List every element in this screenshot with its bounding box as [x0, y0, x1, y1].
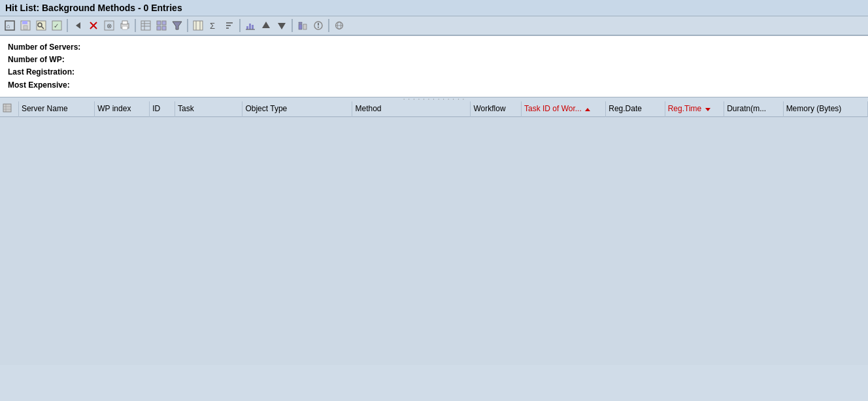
- svg-rect-42: [303, 24, 307, 29]
- svg-point-45: [318, 27, 319, 28]
- toolbar-exit-icon[interactable]: [86, 18, 101, 33]
- info-row-wp: Number of WP:: [8, 54, 860, 66]
- svg-rect-41: [299, 22, 302, 24]
- info-row-lastreg: Last Registration:: [8, 66, 860, 78]
- col-header-task[interactable]: Task: [175, 101, 242, 117]
- toolbar-nav-icon[interactable]: ⌂: [3, 18, 17, 33]
- toolbar-table-icon[interactable]: [139, 18, 153, 33]
- num-wp-label: Number of WP:: [8, 55, 65, 64]
- toolbar-cancel-icon[interactable]: ⊗: [102, 18, 116, 33]
- col-header-workflow[interactable]: Workflow: [471, 101, 522, 117]
- toolbar-print-icon[interactable]: [118, 18, 132, 33]
- data-table: Server Name WP index ID Task Object Type…: [0, 101, 868, 366]
- svg-text:⊗: ⊗: [107, 22, 112, 29]
- toolbar-find-icon[interactable]: [34, 18, 48, 33]
- svg-rect-24: [157, 26, 161, 30]
- toolbar-col-select-icon[interactable]: [191, 18, 205, 33]
- svg-marker-39: [278, 23, 286, 29]
- info-panel: Number of Servers: Number of WP: Last Re…: [0, 36, 868, 97]
- svg-text:✓: ✓: [54, 22, 59, 29]
- svg-rect-22: [157, 21, 161, 25]
- toolbar-chart-icon[interactable]: [243, 18, 258, 33]
- svg-rect-36: [252, 25, 254, 29]
- toolbar-sep1: [67, 19, 68, 32]
- most-exp-label: Most Expensive:: [8, 80, 70, 90]
- regtime-sort-icon: [705, 108, 710, 111]
- svg-marker-10: [76, 22, 80, 29]
- svg-rect-17: [122, 26, 127, 29]
- svg-rect-25: [162, 26, 166, 30]
- svg-text:⌂: ⌂: [7, 23, 10, 29]
- svg-rect-27: [193, 21, 203, 30]
- num-servers-label: Number of Servers:: [8, 43, 80, 52]
- svg-rect-35: [249, 24, 251, 29]
- col-header-wpindex[interactable]: WP index: [95, 101, 150, 117]
- toolbar-filter-icon[interactable]: [170, 18, 184, 33]
- toolbar-total-icon[interactable]: Σ: [207, 18, 221, 33]
- svg-rect-34: [246, 26, 248, 29]
- title-bar: Hit List: Background Methods - 0 Entries: [0, 0, 868, 16]
- col-header-regdate[interactable]: Reg.Date: [606, 101, 665, 117]
- col-header-regtime[interactable]: Reg.Time: [665, 101, 724, 117]
- toolbar-sep2: [135, 19, 136, 32]
- toolbar-sep6: [328, 19, 329, 32]
- svg-marker-26: [173, 22, 182, 29]
- empty-row: [0, 116, 868, 365]
- info-row-expensive: Most Expensive:: [8, 79, 860, 92]
- page-title: Hit List: Background Methods - 0 Entries: [5, 3, 182, 13]
- svg-marker-38: [262, 22, 270, 28]
- svg-rect-40: [299, 24, 302, 29]
- table-area: Server Name WP index ID Task Object Type…: [0, 101, 868, 366]
- toolbar-sep3: [187, 19, 188, 32]
- toolbar-info-icon[interactable]: [295, 18, 310, 33]
- toolbar-back-icon[interactable]: [71, 18, 85, 33]
- svg-rect-18: [141, 21, 150, 30]
- info-row-servers: Number of Servers:: [8, 41, 860, 54]
- taskid-sort-icon: [585, 108, 590, 111]
- table-header-row: Server Name WP index ID Task Object Type…: [0, 101, 868, 117]
- toolbar-sep4: [239, 19, 241, 32]
- col-header-icon[interactable]: [0, 101, 18, 117]
- toolbar-sep5: [292, 19, 293, 32]
- col-header-id[interactable]: ID: [150, 101, 175, 117]
- toolbar: ⌂ ✓ ⊗ Σ: [0, 16, 868, 36]
- last-reg-label: Last Registration:: [8, 67, 75, 77]
- svg-text:Σ: Σ: [210, 21, 215, 31]
- toolbar-save-icon[interactable]: [18, 18, 33, 33]
- col-header-taskid[interactable]: Task ID of Wor...: [521, 101, 605, 117]
- svg-rect-16: [122, 21, 127, 24]
- svg-rect-3: [22, 21, 27, 24]
- col-header-memory[interactable]: Memory (Bytes): [783, 101, 867, 117]
- col-header-objtype[interactable]: Object Type: [242, 101, 352, 117]
- toolbar-grid-icon[interactable]: [154, 18, 169, 33]
- svg-rect-23: [162, 21, 166, 25]
- toolbar-debug-icon[interactable]: ✓: [50, 18, 64, 33]
- toolbar-sort-icon[interactable]: [222, 18, 237, 33]
- table-body: [0, 116, 868, 365]
- svg-rect-49: [3, 104, 11, 112]
- col-header-method[interactable]: Method: [352, 101, 471, 117]
- toolbar-world-icon[interactable]: [332, 18, 346, 33]
- col-header-server[interactable]: Server Name: [18, 101, 94, 117]
- toolbar-down-icon[interactable]: [275, 18, 289, 33]
- toolbar-up-icon[interactable]: [259, 18, 273, 33]
- toolbar-extra-icon[interactable]: [311, 18, 326, 33]
- svg-rect-4: [24, 26, 27, 29]
- col-header-duratn[interactable]: Duratn(m...: [724, 101, 783, 117]
- resize-dots: · · · · · · · · · · · · ·: [403, 96, 465, 103]
